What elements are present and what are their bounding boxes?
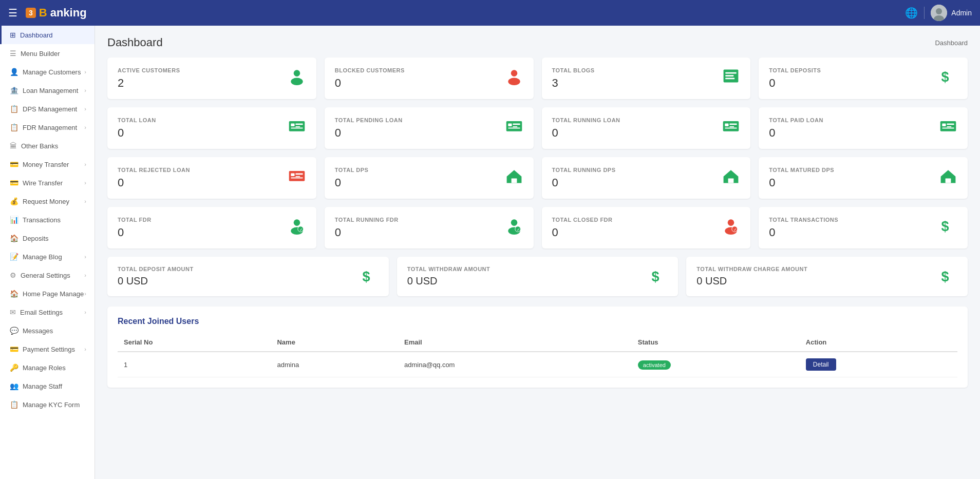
svg-text:✓: ✓ bbox=[516, 227, 520, 232]
sidebar-item-wire-transfer[interactable]: 💳 Wire Transfer › bbox=[0, 174, 95, 192]
sidebar-icon-other-banks: 🏛 bbox=[10, 142, 17, 150]
svg-text:$: $ bbox=[941, 269, 949, 284]
sidebar-item-messages[interactable]: 💬 Messages bbox=[0, 321, 95, 340]
svg-rect-9 bbox=[725, 75, 733, 76]
sidebar-item-general-settings[interactable]: ⚙ General Settings › bbox=[0, 266, 95, 284]
sidebar-item-transactions[interactable]: 📊 Transactions bbox=[0, 210, 95, 229]
col-status: Status bbox=[632, 333, 800, 352]
sidebar-item-money-transfer[interactable]: 💳 Money Transfer › bbox=[0, 155, 95, 174]
svg-point-40 bbox=[293, 219, 300, 226]
sidebar-label-loan-management: Loan Management bbox=[23, 87, 78, 94]
stat-icon-total-dps bbox=[505, 166, 523, 189]
svg-point-1 bbox=[936, 8, 942, 14]
sidebar-icon-manage-roles: 🔑 bbox=[10, 363, 18, 372]
stat-label-blocked-customers: BLOCKED CUSTOMERS bbox=[335, 67, 405, 73]
svg-point-5 bbox=[511, 70, 517, 76]
svg-text:$: $ bbox=[941, 69, 949, 85]
amount-icon-total-deposit-amount: $ bbox=[360, 266, 379, 287]
sidebar-item-loan-management[interactable]: 🏦 Loan Management › bbox=[0, 81, 95, 100]
sidebar-label-messages: Messages bbox=[23, 327, 53, 335]
stats-row-4: TOTAL FDR 0 ✓ TOTAL RUNNING FDR 0 ✓ TOTA… bbox=[107, 207, 968, 248]
sidebar-label-money-transfer: Money Transfer bbox=[23, 161, 69, 168]
chevron-icon-fdr-management: › bbox=[84, 124, 86, 130]
stat-card-total-running-dps: TOTAL RUNNING DPS 0 bbox=[542, 157, 751, 199]
amount-value-total-withdraw-amount: 0 USD bbox=[407, 275, 491, 287]
col-email: Email bbox=[398, 333, 632, 352]
sidebar-item-manage-roles[interactable]: 🔑 Manage Roles bbox=[0, 358, 95, 377]
stat-icon-total-pending-loan bbox=[505, 117, 523, 140]
sidebar-item-payment-settings[interactable]: 💳 Payment Settings › bbox=[0, 340, 95, 358]
stat-info-blocked-customers: BLOCKED CUSTOMERS 0 bbox=[335, 67, 405, 90]
stat-label-total-deposits: TOTAL DEPOSITS bbox=[769, 67, 821, 73]
stat-label-total-blogs: TOTAL BLOGS bbox=[552, 67, 595, 73]
cell-serial: 1 bbox=[118, 352, 271, 377]
stat-info-total-closed-fdr: TOTAL CLOSED FDR 0 bbox=[552, 217, 613, 239]
stat-card-active-customers: ACTIVE CUSTOMERS 2 bbox=[107, 58, 316, 99]
svg-rect-14 bbox=[295, 124, 303, 125]
sidebar-icon-payment-settings: 💳 bbox=[10, 345, 18, 353]
sidebar-item-email-settings[interactable]: ✉ Email Settings › bbox=[0, 303, 95, 321]
sidebar-label-wire-transfer: Wire Transfer bbox=[23, 179, 63, 187]
sidebar-icon-manage-staff: 👥 bbox=[10, 382, 18, 390]
sidebar-item-dps-management[interactable]: 📋 DPS Management › bbox=[0, 100, 95, 118]
chevron-icon-wire-transfer: › bbox=[84, 180, 86, 186]
sidebar-icon-deposits: 🏠 bbox=[10, 234, 18, 242]
sidebar-item-request-money[interactable]: 💰 Request Money › bbox=[0, 192, 95, 210]
amount-icon-total-withdraw-charge-amount: $ bbox=[939, 266, 957, 287]
sidebar-icon-dashboard: ⊞ bbox=[10, 31, 16, 39]
sidebar-icon-manage-customers: 👤 bbox=[10, 68, 18, 76]
stat-info-total-rejected-loan: TOTAL REJECTED LOAN 0 bbox=[118, 167, 190, 189]
sidebar-item-manage-customers[interactable]: 👤 Manage Customers › bbox=[0, 63, 95, 81]
stat-icon-total-matured-dps bbox=[939, 166, 957, 189]
sidebar-icon-fdr-management: 📋 bbox=[10, 123, 18, 131]
stats-row-2: TOTAL LOAN 0 TOTAL PENDING LOAN 0 TOTAL … bbox=[107, 107, 968, 149]
stat-card-total-fdr: TOTAL FDR 0 ✓ bbox=[107, 207, 316, 248]
stat-value-blocked-customers: 0 bbox=[335, 76, 405, 90]
svg-rect-29 bbox=[947, 124, 954, 125]
chevron-icon-home-page-manage: › bbox=[84, 291, 86, 297]
brand-name: B bbox=[39, 6, 47, 20]
stat-info-total-running-fdr: TOTAL RUNNING FDR 0 bbox=[335, 217, 399, 239]
sidebar-item-deposits[interactable]: 🏠 Deposits bbox=[0, 229, 95, 247]
amount-value-total-deposit-amount: 0 USD bbox=[118, 275, 194, 287]
stat-info-total-transactions: TOTAL TRANSACTIONS 0 bbox=[769, 217, 838, 239]
stat-value-total-pending-loan: 0 bbox=[335, 126, 403, 140]
stat-card-total-running-loan: TOTAL RUNNING LOAN 0 bbox=[542, 107, 751, 149]
sidebar-item-manage-staff[interactable]: 👥 Manage Staff bbox=[0, 377, 95, 395]
amount-info-total-deposit-amount: TOTAL DEPOSIT AMOUNT 0 USD bbox=[118, 266, 194, 287]
sidebar-item-manage-blog[interactable]: 📝 Manage Blog › bbox=[0, 247, 95, 266]
svg-rect-30 bbox=[947, 126, 951, 127]
stat-card-total-pending-loan: TOTAL PENDING LOAN 0 bbox=[325, 107, 534, 149]
stat-label-total-fdr: TOTAL FDR bbox=[118, 217, 152, 223]
sidebar-item-dashboard[interactable]: ⊞ Dashboard bbox=[0, 26, 95, 44]
hamburger-button[interactable]: ☰ bbox=[8, 7, 17, 19]
svg-rect-15 bbox=[295, 126, 300, 127]
sidebar-label-menu-builder: Menu Builder bbox=[21, 50, 60, 58]
svg-text:$: $ bbox=[941, 219, 949, 234]
cell-name: admina bbox=[271, 352, 398, 377]
svg-rect-31 bbox=[942, 128, 954, 129]
sidebar-item-manage-kyc-form[interactable]: 📋 Manage KYC Form bbox=[0, 395, 95, 414]
globe-icon[interactable]: 🌐 bbox=[905, 7, 918, 19]
chevron-icon-payment-settings: › bbox=[84, 346, 86, 352]
sidebar-item-home-page-manage[interactable]: 🏠 Home Page Manage › bbox=[0, 284, 95, 303]
stat-icon-blocked-customers bbox=[505, 67, 523, 90]
sidebar-item-menu-builder[interactable]: ☰ Menu Builder bbox=[0, 44, 95, 63]
detail-button[interactable]: Detail bbox=[806, 358, 836, 371]
breadcrumb: Dashboard bbox=[935, 39, 968, 47]
stat-value-total-closed-fdr: 0 bbox=[552, 226, 613, 239]
svg-rect-26 bbox=[725, 128, 737, 129]
stat-value-total-rejected-loan: 0 bbox=[118, 176, 190, 189]
stat-value-total-running-fdr: 0 bbox=[335, 226, 399, 239]
sidebar-item-fdr-management[interactable]: 📋 FDR Management › bbox=[0, 118, 95, 137]
sidebar-item-other-banks[interactable]: 🏛 Other Banks bbox=[0, 137, 95, 155]
recent-users-section: Recent Joined Users Serial No Name Email… bbox=[107, 306, 968, 388]
svg-point-6 bbox=[508, 78, 520, 85]
stat-info-total-paid-loan: TOTAL PAID LOAN 0 bbox=[769, 117, 823, 140]
stat-card-total-deposits: TOTAL DEPOSITS 0 $ bbox=[759, 58, 968, 99]
navbar-divider bbox=[924, 7, 925, 19]
stat-card-total-transactions: TOTAL TRANSACTIONS 0 $ bbox=[759, 207, 968, 248]
stat-card-blocked-customers: BLOCKED CUSTOMERS 0 bbox=[325, 58, 534, 99]
svg-rect-16 bbox=[291, 128, 303, 129]
amount-label-total-withdraw-amount: TOTAL WITHDRAW AMOUNT bbox=[407, 266, 491, 272]
